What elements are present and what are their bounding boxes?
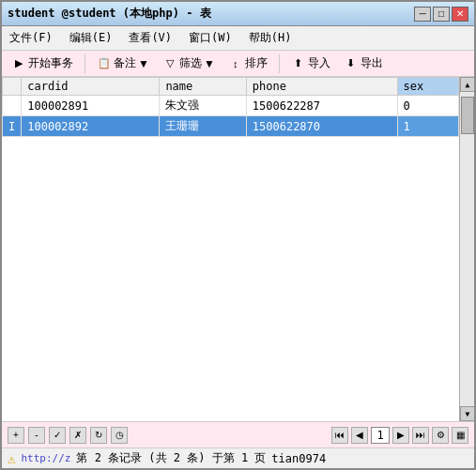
sort-button[interactable]: ↕ 排序	[224, 53, 271, 73]
backup-note-button[interactable]: 📋 备注 ▼	[93, 53, 153, 73]
export-label: 导出	[361, 55, 383, 71]
menu-window[interactable]: 窗口(W)	[185, 28, 236, 48]
settings-button[interactable]: ⚙	[432, 427, 449, 444]
window-title: student @student (本地php) - 表	[8, 6, 211, 22]
delete-row-button[interactable]: -	[28, 427, 45, 444]
col-header-sex[interactable]: sex	[397, 78, 458, 96]
title-bar: student @student (本地php) - 表 ─ □ ✕	[2, 2, 474, 26]
status-user: tian0974	[271, 452, 326, 465]
table-header-row: cardid name phone sex	[3, 78, 459, 96]
separator-2	[279, 54, 280, 73]
filter-label: 筛选	[179, 55, 202, 71]
confirm-button[interactable]: ✓	[49, 427, 66, 444]
sort-label: 排序	[245, 55, 268, 71]
refresh-button[interactable]: ↻	[90, 427, 107, 444]
cell-name[interactable]: 朱文强	[160, 96, 246, 116]
menu-help[interactable]: 帮助(H)	[245, 28, 296, 48]
toolbar-main: ▶ 开始事务 📋 备注 ▼ ▽ 筛选 ▼ ↕ 排序 ⬆ 导入 ⬇ 导出	[2, 51, 474, 77]
cell-phone[interactable]: 1500622870	[246, 116, 397, 137]
bottom-toolbar: + - ✓ ✗ ↻ ◷ ⏮ ◀ 1 ▶ ⏭ ⚙ ▦	[2, 421, 474, 447]
note-dropdown-icon: ▼	[138, 57, 149, 70]
col-header-phone[interactable]: phone	[246, 78, 397, 96]
scrollbar-track[interactable]	[460, 92, 474, 406]
col-header-cardid[interactable]: cardid	[22, 78, 160, 96]
last-page-button[interactable]: ⏭	[412, 427, 429, 444]
separator-1	[84, 54, 85, 73]
export-icon: ⬇	[344, 56, 359, 71]
cell-cardid[interactable]: 100002892	[22, 116, 160, 137]
status-text: 第 2 条记录 (共 2 条) 于第 1 页	[76, 450, 266, 466]
import-button[interactable]: ⬆ 导入	[287, 53, 334, 73]
start-transaction-label: 开始事务	[28, 55, 73, 71]
import-label: 导入	[308, 55, 330, 71]
menu-file[interactable]: 文件(F)	[6, 28, 56, 48]
menu-bar: 文件(F) 编辑(E) 查看(V) 窗口(W) 帮助(H)	[2, 26, 474, 51]
schedule-button[interactable]: ◷	[111, 427, 128, 444]
scrollbar-thumb[interactable]	[461, 97, 474, 134]
cell-cardid[interactable]: 100002891	[22, 96, 160, 116]
status-bar: ⚠ http://z 第 2 条记录 (共 2 条) 于第 1 页 tian09…	[2, 447, 474, 468]
transaction-icon: ▶	[11, 56, 26, 71]
main-window: student @student (本地php) - 表 ─ □ ✕ 文件(F)…	[0, 0, 476, 470]
scrollbar-down-button[interactable]: ▼	[460, 406, 474, 421]
table-row[interactable]: I 100002892 王珊珊 1500622870 1	[3, 116, 459, 137]
col-header-name[interactable]: name	[160, 78, 246, 96]
page-number[interactable]: 1	[371, 427, 390, 444]
prev-page-button[interactable]: ◀	[351, 427, 368, 444]
filter-button[interactable]: ▽ 筛选 ▼	[159, 53, 219, 73]
cancel-button[interactable]: ✗	[69, 427, 86, 444]
indicator-header	[3, 78, 22, 96]
data-table: cardid name phone sex 100002891 朱文强 1500…	[2, 77, 459, 137]
table-area: cardid name phone sex 100002891 朱文强 1500…	[2, 77, 474, 421]
next-page-button[interactable]: ▶	[392, 427, 409, 444]
note-icon: 📋	[97, 56, 112, 71]
menu-view[interactable]: 查看(V)	[125, 28, 176, 48]
close-button[interactable]: ✕	[452, 7, 468, 22]
filter-dropdown-icon: ▼	[204, 57, 215, 70]
scrollbar-up-button[interactable]: ▲	[460, 77, 474, 92]
filter-icon: ▽	[162, 56, 177, 71]
add-row-button[interactable]: +	[8, 427, 24, 444]
table-content: cardid name phone sex 100002891 朱文强 1500…	[2, 77, 459, 421]
table-row[interactable]: 100002891 朱文强 1500622287 0	[3, 96, 459, 116]
sort-icon: ↕	[228, 56, 243, 71]
row-indicator: I	[3, 116, 22, 137]
grid-view-button[interactable]: ▦	[452, 427, 468, 444]
cell-name[interactable]: 王珊珊	[160, 116, 246, 137]
backup-note-label: 备注	[114, 55, 136, 71]
import-icon: ⬆	[291, 56, 306, 71]
navigation-section: ⏮ ◀ 1 ▶ ⏭ ⚙ ▦	[331, 427, 468, 444]
cell-sex[interactable]: 0	[397, 96, 458, 116]
status-url: http://z	[21, 452, 70, 464]
title-controls: ─ □ ✕	[414, 7, 468, 22]
minimize-button[interactable]: ─	[414, 7, 431, 22]
warning-icon: ⚠	[8, 451, 15, 466]
first-page-button[interactable]: ⏮	[331, 427, 348, 444]
cell-sex[interactable]: 1	[397, 116, 458, 137]
maximize-button[interactable]: □	[433, 7, 450, 22]
menu-edit[interactable]: 编辑(E)	[66, 28, 116, 48]
cell-phone[interactable]: 1500622287	[246, 96, 397, 116]
export-button[interactable]: ⬇ 导出	[340, 53, 387, 73]
vertical-scrollbar[interactable]: ▲ ▼	[459, 77, 474, 421]
row-indicator	[3, 96, 22, 116]
start-transaction-button[interactable]: ▶ 开始事务	[8, 53, 77, 73]
